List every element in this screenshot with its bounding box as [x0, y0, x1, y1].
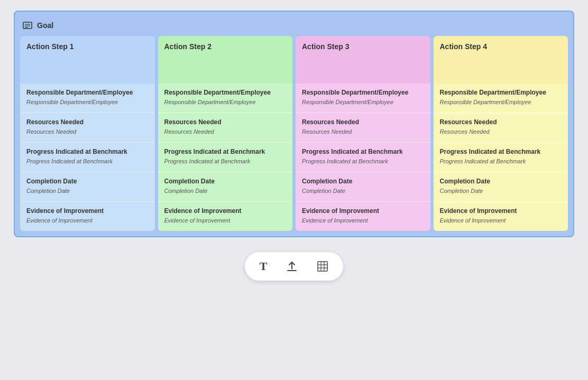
field-label-responsible-1: Responsible Department/Employee [26, 89, 149, 96]
field-evidence-4: Evidence of Improvement Evidence of Impr… [434, 202, 568, 231]
field-label-resources-1: Resources Needed [26, 118, 149, 126]
field-label-evidence-2: Evidence of Improvement [164, 207, 287, 215]
field-value-progress-2: Progress Indicated at Benchmark [164, 158, 287, 164]
field-label-responsible-4: Responsible Department/Employee [440, 89, 562, 96]
column-2: Action Step 2 Responsible Department/Emp… [158, 36, 293, 231]
action-step-4-body: Responsible Department/Employee Responsi… [434, 84, 568, 231]
field-label-progress-4: Progress Indicated at Benchmark [440, 148, 562, 155]
field-value-evidence-1: Evidence of Improvement [26, 217, 149, 224]
field-value-resources-4: Resources Needed [440, 128, 562, 135]
field-progress-3: Progress Indicated at Benchmark Progress… [296, 143, 430, 172]
action-step-2-body: Responsible Department/Employee Responsi… [158, 84, 293, 231]
column-1: Action Step 1 Responsible Department/Emp… [20, 36, 155, 231]
field-value-resources-3: Resources Needed [302, 128, 424, 135]
action-step-3-header: Action Step 3 [296, 36, 430, 84]
field-label-progress-3: Progress Indicated at Benchmark [302, 148, 424, 155]
field-label-evidence-3: Evidence of Improvement [302, 207, 424, 215]
columns-grid: Action Step 1 Responsible Department/Emp… [20, 36, 568, 231]
field-progress-1: Progress Indicated at Benchmark Progress… [20, 143, 155, 172]
field-label-progress-1: Progress Indicated at Benchmark [26, 148, 149, 155]
field-label-resources-4: Resources Needed [440, 118, 562, 126]
field-value-responsible-4: Responsible Department/Employee [440, 99, 562, 105]
field-label-resources-3: Resources Needed [302, 118, 424, 126]
field-value-responsible-1: Responsible Department/Employee [26, 99, 149, 105]
field-resources-1: Resources Needed Resources Needed [20, 113, 155, 143]
field-responsible-3: Responsible Department/Employee Responsi… [296, 84, 430, 113]
action-step-4-header: Action Step 4 [434, 36, 568, 84]
field-value-responsible-3: Responsible Department/Employee [302, 99, 424, 105]
field-completion-3: Completion Date Completion Date [296, 172, 430, 202]
field-resources-4: Resources Needed Resources Needed [434, 113, 568, 143]
action-step-3-body: Responsible Department/Employee Responsi… [296, 84, 430, 231]
field-value-evidence-4: Evidence of Improvement [440, 217, 562, 224]
field-label-evidence-4: Evidence of Improvement [440, 207, 562, 215]
field-progress-2: Progress Indicated at Benchmark Progress… [158, 143, 293, 172]
field-evidence-3: Evidence of Improvement Evidence of Impr… [296, 202, 430, 231]
text-tool-button[interactable]: T [258, 257, 270, 275]
field-label-resources-2: Resources Needed [164, 118, 287, 126]
field-completion-4: Completion Date Completion Date [434, 172, 568, 202]
field-label-completion-1: Completion Date [26, 178, 149, 185]
field-label-evidence-1: Evidence of Improvement [26, 207, 149, 215]
field-responsible-1: Responsible Department/Employee Responsi… [20, 84, 155, 113]
text-tool-icon: T [260, 259, 268, 273]
goal-header: Goal [20, 17, 568, 36]
field-label-completion-3: Completion Date [302, 178, 424, 185]
field-value-resources-1: Resources Needed [26, 128, 149, 135]
field-responsible-4: Responsible Department/Employee Responsi… [434, 84, 568, 113]
field-evidence-2: Evidence of Improvement Evidence of Impr… [158, 202, 293, 231]
field-value-progress-4: Progress Indicated at Benchmark [440, 158, 562, 164]
field-value-evidence-2: Evidence of Improvement [164, 217, 287, 224]
table-tool-button[interactable] [315, 258, 330, 274]
field-label-responsible-2: Responsible Department/Employee [164, 89, 287, 96]
field-value-completion-3: Completion Date [302, 188, 424, 194]
goal-label: Goal [37, 21, 53, 30]
field-label-completion-4: Completion Date [440, 178, 562, 185]
upload-tool-button[interactable] [284, 258, 300, 274]
action-step-2-header: Action Step 2 [158, 36, 293, 84]
field-completion-1: Completion Date Completion Date [20, 172, 155, 202]
svg-rect-6 [318, 262, 327, 271]
field-label-progress-2: Progress Indicated at Benchmark [164, 148, 287, 155]
field-label-completion-2: Completion Date [164, 178, 287, 185]
field-resources-3: Resources Needed Resources Needed [296, 113, 430, 143]
field-responsible-2: Responsible Department/Employee Responsi… [158, 84, 293, 113]
action-step-1-header: Action Step 1 [20, 36, 155, 84]
field-value-progress-1: Progress Indicated at Benchmark [26, 158, 149, 164]
field-value-evidence-3: Evidence of Improvement [302, 217, 424, 224]
field-value-completion-2: Completion Date [164, 188, 287, 194]
field-label-responsible-3: Responsible Department/Employee [302, 89, 424, 96]
action-step-1-body: Responsible Department/Employee Responsi… [20, 84, 155, 231]
field-value-responsible-2: Responsible Department/Employee [164, 99, 287, 105]
field-progress-4: Progress Indicated at Benchmark Progress… [434, 143, 568, 172]
main-container: Goal Action Step 1 Responsible Departmen… [14, 11, 574, 237]
toolbar: T [245, 252, 344, 281]
field-value-completion-4: Completion Date [440, 188, 562, 194]
field-value-completion-1: Completion Date [26, 188, 149, 194]
field-value-progress-3: Progress Indicated at Benchmark [302, 158, 424, 164]
column-3: Action Step 3 Responsible Department/Emp… [296, 36, 430, 231]
column-4: Action Step 4 Responsible Department/Emp… [434, 36, 568, 231]
field-resources-2: Resources Needed Resources Needed [158, 113, 293, 143]
table-icon [317, 261, 328, 272]
goal-icon [22, 20, 33, 31]
field-value-resources-2: Resources Needed [164, 128, 287, 135]
field-evidence-1: Evidence of Improvement Evidence of Impr… [20, 202, 155, 231]
field-completion-2: Completion Date Completion Date [158, 172, 293, 202]
upload-icon [286, 261, 298, 272]
